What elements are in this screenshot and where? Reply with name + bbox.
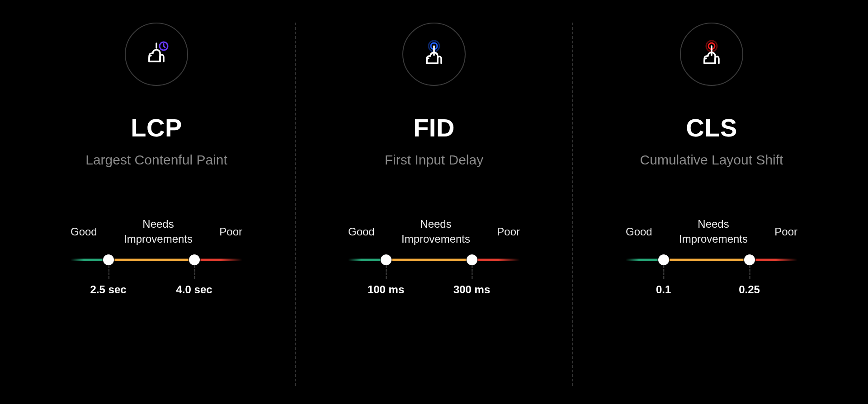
metric-icon-circle	[680, 23, 743, 86]
threshold-good-value: 100 ms	[368, 265, 404, 296]
label-good: Good	[348, 225, 375, 238]
scale-bar	[348, 254, 520, 265]
threshold-marker-good	[658, 254, 669, 265]
threshold-marker-poor	[744, 254, 755, 265]
label-poor: Poor	[219, 225, 242, 238]
segment-poor	[750, 259, 797, 261]
label-needs-improvements: Needs Improvements	[401, 217, 470, 246]
threshold-marker-good	[381, 254, 392, 265]
scale-labels: Good Needs Improvements Poor	[348, 217, 520, 246]
metric-abbrev: FID	[413, 113, 455, 142]
metric-abbrev: LCP	[131, 113, 182, 142]
threshold-poor-value: 4.0 sec	[176, 265, 212, 296]
label-needs-improvements: Needs Improvements	[679, 217, 748, 246]
threshold-values: 2.5 sec 4.0 sec	[71, 265, 242, 306]
metric-panel-cls: CLS Cumulative Layout Shift Good Needs I…	[573, 23, 850, 386]
web-vitals-diagram: LCP Largest Contenful Paint Good Needs I…	[0, 0, 868, 404]
metric-panel-fid: FID First Input Delay Good Needs Improve…	[296, 23, 572, 386]
metric-fullname: First Input Delay	[385, 152, 483, 168]
scale: Good Needs Improvements Poor 100 ms 300 …	[348, 217, 520, 306]
scale-labels: Good Needs Improvements Poor	[626, 217, 797, 246]
threshold-values: 100 ms 300 ms	[348, 265, 520, 306]
scale-bar	[71, 254, 242, 265]
segment-needs	[108, 259, 194, 261]
hand-clock-icon	[142, 40, 171, 69]
threshold-good-value: 0.1	[656, 265, 671, 296]
threshold-poor-value: 300 ms	[453, 265, 490, 296]
threshold-poor-value: 0.25	[739, 265, 760, 296]
segment-needs	[386, 259, 472, 261]
hand-tap-icon	[697, 40, 726, 69]
segment-needs	[664, 259, 750, 261]
scale: Good Needs Improvements Poor 0.1 0.25	[626, 217, 797, 306]
segment-poor	[472, 259, 520, 261]
scale: Good Needs Improvements Poor 2.5 sec 4.0…	[71, 217, 242, 306]
label-good: Good	[71, 225, 97, 238]
threshold-good-value: 2.5 sec	[90, 265, 127, 296]
metric-icon-circle	[402, 23, 466, 86]
scale-bar	[626, 254, 797, 265]
label-poor: Poor	[497, 225, 520, 238]
label-needs-improvements: Needs Improvements	[124, 217, 193, 246]
scale-labels: Good Needs Improvements Poor	[71, 217, 242, 246]
threshold-values: 0.1 0.25	[626, 265, 797, 306]
threshold-marker-good	[103, 254, 114, 265]
metric-icon-circle	[125, 23, 188, 86]
label-poor: Poor	[774, 225, 797, 238]
metric-abbrev: CLS	[686, 113, 737, 142]
threshold-marker-poor	[189, 254, 200, 265]
threshold-marker-poor	[467, 254, 477, 265]
metric-fullname: Cumulative Layout Shift	[640, 152, 783, 168]
hand-tap-icon	[420, 40, 448, 69]
label-good: Good	[626, 225, 652, 238]
metric-panel-lcp: LCP Largest Contenful Paint Good Needs I…	[18, 23, 295, 386]
metric-fullname: Largest Contenful Paint	[85, 152, 227, 168]
segment-poor	[194, 259, 242, 261]
